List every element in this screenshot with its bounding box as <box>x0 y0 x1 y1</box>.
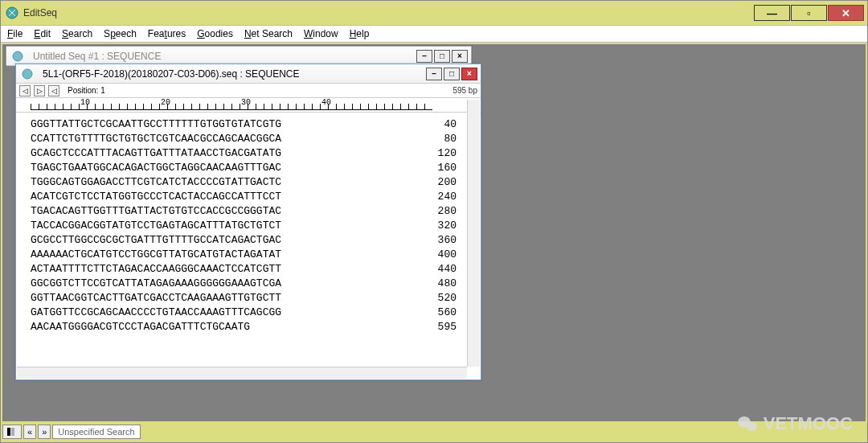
sequence-bases[interactable]: TGACACAGTTGGTTTGATTACTGTGTCCACCGCCGGGTAC <box>31 204 281 219</box>
window-maximize-button[interactable]: ▫ <box>791 5 827 21</box>
sequence-row[interactable]: AAAAAACTGCATGTCCTGGCGTTATGCATGTACTAGATAT… <box>31 248 473 262</box>
status-search-field[interactable]: Unspecified Search <box>52 425 140 439</box>
svg-point-2 <box>23 69 32 79</box>
app-icon <box>6 6 18 19</box>
sequence-end-position: 320 <box>392 219 473 233</box>
sequence-row[interactable]: TACCACGGACGGTATGTCCTGAGTAGCATTTATGCTGTCT… <box>31 219 473 233</box>
sequence-bases[interactable]: AACAATGGGGACGTCCCTAGACGATTTCTGCAATG <box>31 320 250 334</box>
sequence-bases[interactable]: AAAAAACTGCATGTCCTGGCGTTATGCATGTACTAGATAT <box>31 248 281 262</box>
seq-maximize-button[interactable]: □ <box>444 68 460 80</box>
menu-netsearch[interactable]: Net Search <box>244 28 293 39</box>
window-minimize-button[interactable]: — <box>754 5 790 21</box>
background-window-controls: – □ × <box>416 50 468 63</box>
sequence-end-position: 160 <box>392 161 473 175</box>
sequence-end-position: 400 <box>392 248 473 262</box>
length-indicator: 595 bp <box>452 86 477 95</box>
ruler: 10 20 30 40 <box>16 98 481 113</box>
sequence-bases[interactable]: ACTAATTTTCTTCTAGACACCAAGGGCAAACTCCATCGTT <box>31 262 281 277</box>
seq-close-button[interactable]: × <box>461 68 477 80</box>
menu-features[interactable]: Features <box>148 28 186 39</box>
sequence-bases[interactable]: CCATTCTGTTTTGCTGTGCTCGTCAACGCCAGCAACGGCA <box>31 132 281 146</box>
menu-window[interactable]: Window <box>304 28 338 39</box>
sequence-end-position: 80 <box>392 132 473 146</box>
sequence-bases[interactable]: GCGCCTTGGCCGCGCTGATTTGTTTTGCCATCAGACTGAC <box>31 233 281 248</box>
sequence-row[interactable]: GGTTAACGGTCACTTGATCGACCTCAAGAAAGTTGTGCTT… <box>31 291 473 306</box>
status-tool-icon[interactable] <box>2 425 22 439</box>
mdi-client-area: Untitled Seq #1 : SEQUENCE – □ × 5L1-(OR… <box>2 44 866 421</box>
sequence-row[interactable]: GGCGGTCTTCCGTCATTATAGAGAAAGGGGGGAAAGTCGA… <box>31 277 473 291</box>
vertical-scrollbar[interactable] <box>467 100 480 367</box>
sequence-bases[interactable]: GGCGGTCTTCCGTCATTATAGAGAAAGGGGGGAAAGTCGA <box>31 277 281 291</box>
sequence-end-position: 240 <box>392 190 473 204</box>
wechat-icon <box>738 413 759 434</box>
sequence-row[interactable]: AACAATGGGGACGTCCCTAGACGATTTCTGCAATG595 <box>31 320 473 334</box>
sequence-row[interactable]: GGGTTATTGCTCGCAATTGCCTTTTTTGTGGTGTATCGTG… <box>31 117 473 132</box>
sequence-bases[interactable]: GCAGCTCCCATTTACAGTTGATTTATAACCTGACGATATG <box>31 146 281 161</box>
seq-minimize-button[interactable]: – <box>426 68 442 80</box>
bg-close-button[interactable]: × <box>452 50 468 63</box>
sequence-bases[interactable]: GGTTAACGGTCACTTGATCGACCTCAAGAAAGTTGTGCTT <box>31 291 281 306</box>
sequence-end-position: 480 <box>392 277 473 291</box>
position-indicator: Position: 1 <box>68 86 105 95</box>
status-next-button[interactable]: » <box>38 425 51 439</box>
sequence-bases[interactable]: GATGGTTCCGCAGCAACCCCTGTAACCAAAGTTTCAGCGG <box>31 306 281 320</box>
sequence-bases[interactable]: ACATCGTCTCCTATGGTGCCCTCACTACCAGCCATTTCCT <box>31 190 281 204</box>
sequence-end-position: 280 <box>392 204 473 219</box>
sequence-toolbar: ◁ ▷ ◁ Position: 1 595 bp <box>16 84 481 98</box>
sequence-row[interactable]: TGGGCAGTGGAGACCTTCGTCATCTACCCCGTATTGACTC… <box>31 175 473 190</box>
background-sequence-window[interactable]: Untitled Seq #1 : SEQUENCE – □ × <box>6 46 472 65</box>
watermark: VETMOOC <box>738 413 853 434</box>
sequence-end-position: 200 <box>392 175 473 190</box>
sequence-bases[interactable]: TACCACGGACGGTATGTCCTGAGTAGCATTTATGCTGTCT <box>31 219 281 233</box>
sequence-end-position: 520 <box>392 291 473 306</box>
sequence-row[interactable]: CCATTCTGTTTTGCTGTGCTCGTCAACGCCAGCAACGGCA… <box>31 132 473 146</box>
sequence-bases[interactable]: GGGTTATTGCTCGCAATTGCCTTTTTTGTGGTGTATCGTG <box>31 117 281 132</box>
menu-edit[interactable]: Edit <box>34 28 51 39</box>
sequence-end-position: 440 <box>392 262 473 277</box>
window-close-button[interactable]: ✕ <box>828 5 864 21</box>
sequence-row[interactable]: GCAGCTCCCATTTACAGTTGATTTATAACCTGACGATATG… <box>31 146 473 161</box>
sequence-row[interactable]: GATGGTTCCGCAGCAACCCCTGTAACCAAAGTTTCAGCGG… <box>31 306 473 320</box>
menu-search[interactable]: Search <box>62 28 92 39</box>
sequence-row[interactable]: GCGCCTTGGCCGCGCTGATTTGTTTTGCCATCAGACTGAC… <box>31 233 473 248</box>
toolbar-back-icon[interactable]: ◁ <box>48 85 59 96</box>
watermark-text: VETMOOC <box>764 413 853 434</box>
menu-help[interactable]: Help <box>350 28 370 39</box>
app-window: EditSeq — ▫ ✕ File Edit Search Speech Fe… <box>0 0 868 443</box>
sequence-end-position: 360 <box>392 233 473 248</box>
status-prev-button[interactable]: « <box>23 425 36 439</box>
sequence-end-position: 40 <box>392 117 473 132</box>
sequence-row[interactable]: TGAGCTGAATGGCACAGACTGGCTAGGCAACAAGTTTGAC… <box>31 161 473 175</box>
svg-rect-3 <box>7 428 10 436</box>
menu-speech[interactable]: Speech <box>104 28 137 39</box>
ruler-line <box>31 104 432 110</box>
sequence-window-controls: – □ × <box>426 68 477 80</box>
sequence-bases[interactable]: TGGGCAGTGGAGACCTTCGTCATCTACCCCGTATTGACTC <box>31 175 281 190</box>
horizontal-scrollbar[interactable] <box>17 367 467 379</box>
sequence-window[interactable]: 5L1-(ORF5-F-2018)(20180207-C03-D06).seq … <box>15 64 481 380</box>
doc-icon <box>11 50 24 63</box>
sequence-end-position: 560 <box>392 306 473 320</box>
toolbar-prev-icon[interactable]: ◁ <box>19 85 31 96</box>
sequence-text-area[interactable]: GGGTTATTGCTCGCAATTGCCTTTTTTGTGGTGTATCGTG… <box>16 113 481 359</box>
background-window-title: Untitled Seq #1 : SEQUENCE <box>33 51 412 62</box>
toolbar-play-icon[interactable]: ▷ <box>34 85 45 96</box>
bg-minimize-button[interactable]: – <box>416 50 432 63</box>
menu-goodies[interactable]: Goodies <box>197 28 233 39</box>
app-title: EditSeq <box>23 7 753 18</box>
menubar: File Edit Search Speech Features Goodies… <box>1 25 867 43</box>
sequence-end-position: 120 <box>392 146 473 161</box>
bg-maximize-button[interactable]: □ <box>434 50 450 63</box>
sequence-window-title: 5L1-(ORF5-F-2018)(20180207-C03-D06).seq … <box>43 68 422 80</box>
menu-file[interactable]: File <box>7 28 23 39</box>
sequence-row[interactable]: ACTAATTTTCTTCTAGACACCAAGGGCAAACTCCATCGTT… <box>31 262 473 277</box>
doc-icon <box>21 68 34 80</box>
sequence-end-position: 595 <box>392 320 473 334</box>
sequence-row[interactable]: ACATCGTCTCCTATGGTGCCCTCACTACCAGCCATTTCCT… <box>31 190 473 204</box>
statusbar: « » Unspecified Search <box>2 423 141 441</box>
app-titlebar[interactable]: EditSeq — ▫ ✕ <box>1 1 867 25</box>
sequence-row[interactable]: TGACACAGTTGGTTTGATTACTGTGTCCACCGCCGGGTAC… <box>31 204 473 219</box>
svg-point-1 <box>13 51 23 61</box>
sequence-bases[interactable]: TGAGCTGAATGGCACAGACTGGCTAGGCAACAAGTTTGAC <box>31 161 281 175</box>
svg-rect-4 <box>11 428 14 436</box>
